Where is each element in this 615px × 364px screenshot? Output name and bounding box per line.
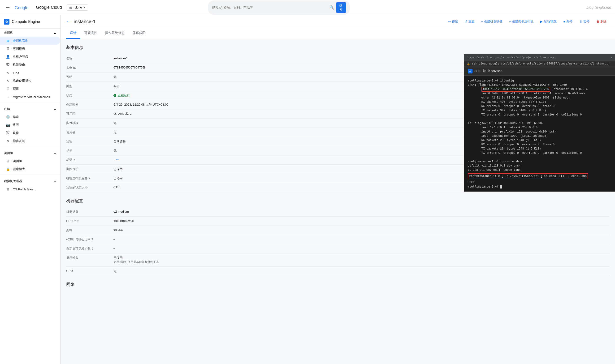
ssh-title-text: SSH-in-browser [474, 69, 502, 73]
sidebar-item-os-patch[interactable]: ⊞ OS Patch Man... [0, 185, 60, 193]
suspend-button[interactable]: ⏸ 暂停 [576, 18, 592, 25]
sidebar-item-machine-images[interactable]: 🖼 机器映像 [0, 61, 60, 69]
value-vcpu-ratio: – [113, 235, 609, 244]
sidebar-item-committed-use-label: 承诺使用折扣 [13, 79, 31, 83]
svg-text:Google: Google [15, 5, 28, 10]
create-image-button[interactable]: + 创建机器映像 [478, 18, 505, 25]
sidebar-header: ⚙ Compute Engine [0, 15, 60, 29]
table-row: 架构 x86/64 [66, 226, 609, 235]
back-button[interactable]: ← [66, 19, 71, 24]
label-instance-id: 实例 ID [66, 63, 113, 73]
search-input[interactable] [212, 6, 328, 10]
sidebar-item-tpu[interactable]: ✕ TPU [0, 69, 60, 77]
sidebar-item-snapshots-label: 快照 [13, 123, 19, 127]
edit-icon: ✏ [448, 20, 451, 23]
machine-config-title: 机器配置 [66, 198, 609, 204]
sidebar-item-committed-use[interactable]: ✕ 承诺使用折扣 [0, 77, 60, 85]
label-reserved-state-size: 预留的状态大小 [66, 183, 113, 192]
sidebar-item-disks[interactable]: 💿 磁盘 [0, 113, 60, 121]
tab-screenshots[interactable]: 屏幕截图 [129, 28, 149, 39]
reservations-icon: ☰ [6, 87, 10, 91]
sidebar-item-reservations[interactable]: ☰ 预留 [0, 85, 60, 93]
ssh-tab-close[interactable]: ✕ [611, 56, 612, 59]
basic-info-title: 基本信息 [66, 45, 609, 50]
label-zone: 可用区 [66, 109, 113, 118]
cmd-highlight-block: root@instance-1:~# [ -d /sys/firmware/ef… [468, 173, 611, 179]
section-vms-label: 虚拟机 [4, 30, 13, 35]
section-storage[interactable]: 存储 ▲ [0, 105, 60, 113]
sidebar-item-instance-templates[interactable]: ☰ 实例模板 [0, 45, 60, 53]
cloud-text: Google Cloud [36, 5, 62, 10]
compute-engine-icon: ⚙ [4, 19, 10, 25]
project-name: rclone [74, 6, 82, 9]
label-description: 说明 [66, 73, 113, 82]
sidebar-item-instance-templates-label: 实例模板 [13, 47, 25, 51]
label-display-device: 显示设备 [66, 253, 113, 267]
ssh-url-text: ssh.cloud.google.com/v2/ssh/projects/rcl… [472, 62, 610, 65]
label-instance-template: 实例模板 [66, 118, 113, 128]
header-actions: ✏ 修改 ↺ 重置 + 创建机器映像 + 创建类似虚拟机 ▶ 启动/恢复 ■ 关… [445, 18, 609, 25]
tab-os-info[interactable]: 操作系统信息 [101, 28, 129, 39]
label-reservation: 预留 [66, 137, 113, 146]
sidebar-item-images[interactable]: 🖼 映像 [0, 129, 60, 137]
inet-highlight: inet 10.128.0.4 netmask 255.255.255.255 [481, 87, 550, 92]
label-cpu-platform: CPU 平台 [66, 217, 113, 226]
status-dot [113, 94, 116, 97]
section-vm-manager[interactable]: 虚拟机管理器 ▲ [0, 177, 60, 185]
sole-tenant-icon: 👤 [6, 54, 10, 59]
instance-title: instance-1 [74, 19, 95, 24]
sidebar-item-snapshots[interactable]: 📷 快照 [0, 121, 60, 129]
cmd-highlight: root@instance-1:~# [ -d /sys/firmware/ef… [468, 173, 588, 179]
watermark: blog.tanglu.me [586, 5, 611, 10]
sidebar-item-sole-tenant[interactable]: 👤 单租户节点 [0, 53, 60, 61]
value-machine-type: e2-medium [113, 208, 609, 217]
vcpu-ratio-help-icon: ? [91, 238, 93, 241]
stop-button[interactable]: ■ 关停 [561, 18, 575, 25]
sidebar-item-reservations-label: 预留 [13, 87, 19, 91]
edit-button[interactable]: ✏ 修改 [445, 18, 461, 25]
sidebar-item-instance-groups[interactable]: ⊞ 实例组 [0, 157, 60, 165]
create-similar-button[interactable]: + 创建类似虚拟机 [506, 18, 536, 25]
sidebar-item-vm-instances[interactable]: ▦ 虚拟机实例 [0, 37, 60, 45]
value-visible-cores: – [113, 244, 609, 253]
tags-edit-icon[interactable]: ✏ [116, 158, 119, 161]
tab-observability[interactable]: 可观测性 [80, 28, 101, 39]
migrate-icon: → [6, 95, 10, 99]
ssh-terminal[interactable]: root@instance-1:~# ifconfig ens4: flags=… [464, 76, 615, 192]
label-gpu: GPU [66, 267, 113, 276]
table-row: 自定义可见核心数 ? – [66, 244, 609, 253]
delete-button[interactable]: 🗑 删除 [593, 18, 609, 25]
section-storage-chevron: ▲ [53, 107, 56, 111]
section-vms[interactable]: 虚拟机 ▲ [0, 29, 60, 37]
section-vm-manager-label: 虚拟机管理器 [4, 179, 22, 183]
create-image-icon: + [481, 20, 483, 23]
table-row: vCPU 与核心比率 ? – [66, 235, 609, 244]
sidebar-item-health-checks[interactable]: 🔒 健康检查 [0, 165, 60, 173]
terminal-line-inet [468, 87, 481, 91]
ssh-title-bar: ⚙ SSH-in-browser [464, 67, 615, 76]
search-button[interactable]: 搜索 [336, 2, 346, 13]
label-labels: 标签 [66, 146, 113, 156]
vm-instances-icon: ▦ [6, 39, 10, 43]
committed-use-icon: ✕ [6, 79, 10, 83]
sidebar-item-machine-images-label: 机器映像 [13, 63, 25, 67]
sidebar-item-migrate[interactable]: → Migrate to Virtual Machines [0, 93, 60, 101]
hamburger-icon[interactable]: ☰ [4, 3, 12, 12]
reset-button[interactable]: ↺ 重置 [462, 18, 477, 25]
tab-details[interactable]: 详情 [66, 28, 80, 39]
sidebar-item-sole-tenant-label: 单租户节点 [13, 54, 28, 59]
section-instance-groups[interactable]: 实例组 ▲ [0, 149, 60, 157]
tags-help-icon: ? [73, 158, 75, 162]
label-machine-type: 机器类型 [66, 208, 113, 217]
visible-cores-help-icon: ? [92, 247, 93, 250]
label-name: 名称 [66, 54, 113, 63]
sidebar-item-async-replication[interactable]: ↻ 异步复制 [0, 137, 60, 145]
sidebar-item-os-patch-label: OS Patch Man... [13, 188, 35, 191]
start-resume-button[interactable]: ▶ 启动/恢复 [537, 18, 560, 25]
value-architecture: x86/64 [113, 226, 609, 235]
project-selector[interactable]: ⊞ rclone ▼ [67, 4, 88, 11]
terminal-line-1: root@instance-1:~# ifconfig ens4: flags=… [468, 78, 611, 87]
sidebar-item-tpu-label: TPU [13, 71, 19, 75]
section-instance-groups-label: 实例组 [4, 151, 13, 155]
terminal-line-broadcast: broadcast 10.128.0.4 inet6 fe80::4001:af… [468, 88, 588, 172]
